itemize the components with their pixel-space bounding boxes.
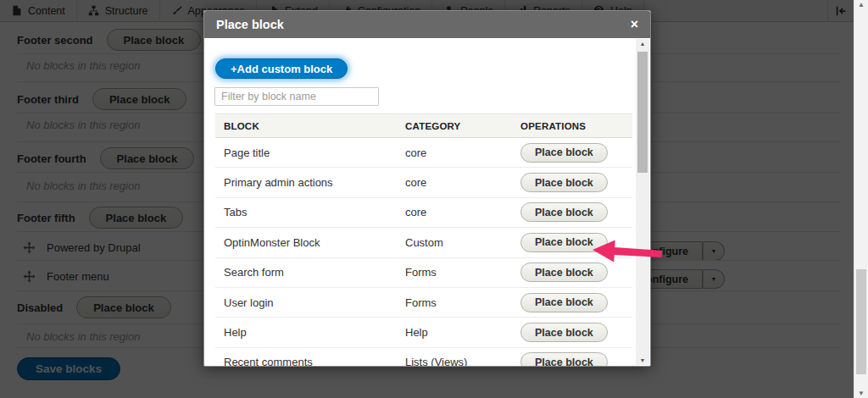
add-custom-block-button[interactable]: +Add custom block [215, 58, 348, 79]
table-row: Recent comments Lists (Views) Place bloc… [215, 348, 632, 366]
block-name-cell: Help [215, 326, 405, 339]
place-block-button[interactable]: Place block [520, 173, 608, 192]
category-cell: core [405, 206, 520, 218]
filter-blocks-input[interactable] [214, 87, 379, 106]
modal-body: +Add custom block BLOCK CATEGORY OPERATI… [204, 38, 635, 366]
column-header-block: BLOCK [215, 121, 405, 131]
table-header-row: BLOCK CATEGORY OPERATIONS [215, 113, 632, 138]
place-block-button[interactable]: Place block [520, 323, 608, 342]
table-row: Help Help Place block [215, 318, 632, 347]
block-name-cell: OptinMonster Block [215, 236, 405, 249]
modal-scrollbar[interactable]: ▲ ▼ [636, 39, 649, 365]
category-cell: Forms [405, 266, 520, 279]
page-scrollbar-thumb[interactable] [856, 269, 866, 374]
place-block-modal: Place block × +Add custom block BLOCK CA… [203, 10, 651, 367]
block-name-cell: User login [215, 296, 405, 309]
place-block-button[interactable]: Place block [520, 202, 608, 222]
column-header-category: CATEGORY [405, 121, 520, 131]
scroll-down-icon[interactable]: ▼ [636, 357, 649, 363]
screen: Content Structure Appearance Extend Conf… [0, 0, 868, 398]
annotation-arrow-icon [590, 236, 665, 267]
table-row: Page title core Place block [215, 138, 632, 168]
place-block-button[interactable]: Place block [520, 352, 608, 366]
blocks-table: BLOCK CATEGORY OPERATIONS Page title cor… [215, 113, 632, 366]
category-cell: Help [405, 326, 520, 339]
category-cell: Custom [405, 236, 520, 249]
block-name-cell: Recent comments [215, 356, 405, 366]
column-header-operations: OPERATIONS [520, 121, 632, 131]
scroll-up-icon[interactable]: ▲ [854, 1, 868, 8]
close-icon[interactable]: × [631, 18, 638, 31]
scroll-up-icon[interactable]: ▲ [636, 41, 649, 47]
category-cell: core [405, 176, 520, 189]
block-name-cell: Primary admin actions [215, 176, 405, 189]
table-row: Primary admin actions core Place block [215, 168, 632, 197]
table-row: Tabs core Place block [215, 198, 632, 228]
modal-scrollbar-thumb[interactable] [637, 52, 648, 173]
scroll-down-icon[interactable]: ▼ [854, 390, 868, 397]
place-block-button[interactable]: Place block [520, 143, 608, 163]
place-block-button[interactable]: Place block [520, 263, 608, 282]
block-name-cell: Search form [215, 266, 405, 279]
table-row: User login Forms Place block [215, 288, 632, 318]
table-row-optinmonster: OptinMonster Block Custom Place block [215, 228, 632, 257]
table-row: Search form Forms Place block [215, 258, 632, 288]
block-name-cell: Tabs [215, 206, 405, 218]
category-cell: Forms [405, 296, 520, 309]
modal-title: Place block [216, 18, 284, 31]
category-cell: Lists (Views) [405, 356, 520, 366]
block-name-cell: Page title [215, 146, 405, 159]
place-block-button[interactable]: Place block [520, 293, 608, 312]
category-cell: core [405, 146, 520, 159]
page-scrollbar[interactable]: ▲ ▼ [854, 0, 868, 398]
modal-header: Place block × [204, 11, 650, 38]
